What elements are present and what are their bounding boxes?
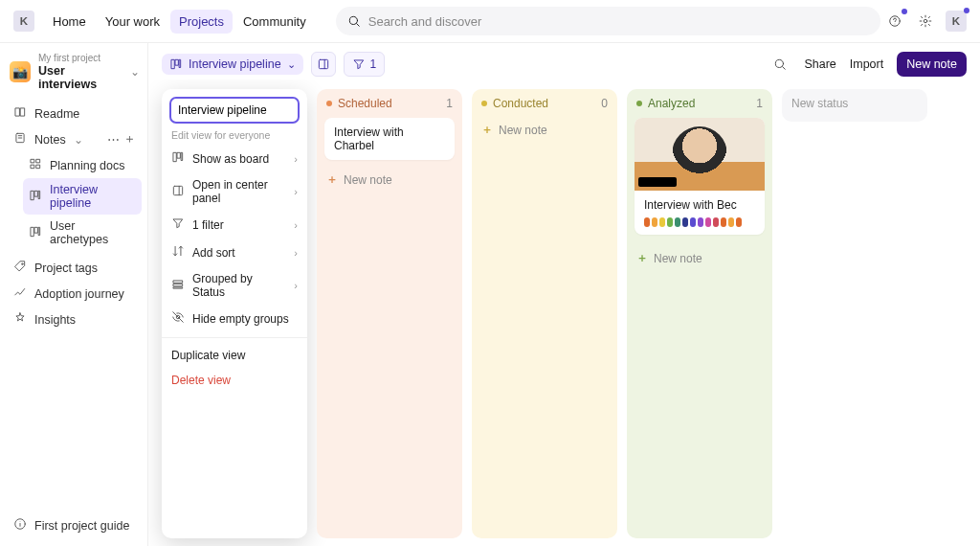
svg-line-1	[356, 24, 359, 27]
more-icon[interactable]: ⋯	[107, 132, 120, 147]
sidebar-item-label: First project guide	[34, 519, 129, 533]
column-title: Conducted	[493, 97, 595, 110]
popover-item-label: Show as board	[192, 152, 269, 166]
filter-button[interactable]: 1	[344, 52, 386, 77]
popover-item-open-in[interactable]: Open in center panel ›	[162, 172, 307, 211]
search-icon	[773, 57, 787, 71]
nav-community[interactable]: Community	[234, 10, 315, 34]
popover-item-show-as[interactable]: Show as board ›	[162, 145, 307, 172]
new-note-button[interactable]: New note	[897, 52, 967, 77]
chevron-down-icon: ⌄	[287, 58, 296, 71]
svg-rect-36	[173, 286, 182, 287]
sidebar-item-interview-pipeline[interactable]: Interview pipeline	[23, 178, 142, 215]
panel-layout-button[interactable]	[311, 52, 336, 77]
svg-point-4	[924, 19, 927, 23]
add-note-scheduled[interactable]: ＋ New note	[324, 168, 455, 192]
sidebar-item-project-tags[interactable]: Project tags	[8, 255, 142, 281]
project-switcher[interactable]: 📸 My first project User interviews ⌄	[8, 51, 142, 97]
view-name-input[interactable]	[169, 97, 300, 124]
popover-subtitle: Edit view for everyone	[162, 124, 307, 145]
popover-item-label: Add sort	[192, 246, 235, 260]
grid-icon	[29, 157, 42, 173]
search-bar[interactable]	[336, 7, 880, 35]
svg-rect-12	[31, 191, 33, 199]
workspace-avatar[interactable]: K	[13, 11, 34, 32]
svg-rect-10	[31, 165, 34, 169]
column-conducted: Conducted 0 ＋ New note	[472, 89, 617, 538]
popover-item-hide-empty[interactable]: Hide empty groups	[162, 305, 307, 332]
filter-count: 1	[370, 57, 377, 71]
popover-item-label: Duplicate view	[171, 349, 245, 362]
popover-item-grouped-by[interactable]: Grouped by Status ›	[162, 266, 307, 305]
view-name: Interview pipeline	[189, 57, 281, 71]
sidebar-item-insights[interactable]: Insights	[8, 307, 142, 332]
view-selector[interactable]: Interview pipeline ⌄	[162, 54, 303, 75]
column-scheduled: Scheduled 1 Interview with Charbel ＋ New…	[317, 89, 462, 538]
chevron-down-icon: ⌄	[74, 133, 83, 147]
chevron-right-icon: ›	[294, 186, 298, 197]
popover-item-filter[interactable]: 1 filter ›	[162, 211, 307, 239]
popover-item-delete[interactable]: Delete view	[162, 368, 307, 393]
import-button[interactable]: Import	[850, 57, 883, 71]
help-button[interactable]	[884, 11, 905, 32]
column-analyzed: Analyzed 1 Interview with Bec ＋ New note	[627, 89, 772, 538]
sidebar-item-first-project-guide[interactable]: First project guide	[8, 512, 142, 538]
nav-projects[interactable]: Projects	[170, 10, 233, 34]
popover-item-duplicate[interactable]: Duplicate view	[162, 343, 307, 368]
svg-point-27	[776, 59, 784, 67]
popover-item-label: Delete view	[171, 374, 231, 387]
sidebar-item-notes[interactable]: Notes ⌄ ⋯ ＋	[8, 126, 142, 152]
search-in-view-button[interactable]	[769, 54, 791, 75]
svg-rect-35	[173, 284, 182, 285]
sidebar-item-planning-docs[interactable]: Planning docs	[23, 152, 142, 178]
card-interview-bec[interactable]: Interview with Bec	[635, 118, 765, 235]
filter-icon	[352, 57, 366, 71]
add-note-label: New note	[654, 252, 702, 265]
sidebar-item-label: Interview pipeline	[50, 183, 136, 210]
settings-button[interactable]	[915, 11, 936, 32]
svg-rect-14	[39, 191, 40, 198]
sidebar-item-label: Planning docs	[50, 159, 125, 172]
sidebar-item-readme[interactable]: Readme	[8, 101, 142, 126]
sidebar-item-label: User archetypes	[50, 219, 136, 246]
sidebar-item-label: Readme	[34, 107, 79, 121]
nav-your-work[interactable]: Your work	[97, 10, 168, 34]
svg-rect-32	[173, 186, 182, 194]
add-note-label: New note	[499, 124, 547, 137]
primary-nav: Home Your work Projects Community	[44, 10, 315, 34]
svg-rect-24	[180, 59, 181, 67]
panel-icon	[317, 57, 330, 71]
column-new-status[interactable]: New status	[782, 89, 927, 122]
sidebar-item-user-archetypes[interactable]: User archetypes	[23, 215, 142, 251]
chevron-right-icon: ›	[294, 247, 298, 259]
board-icon	[169, 57, 183, 71]
svg-line-28	[783, 67, 786, 70]
chevron-right-icon: ›	[294, 219, 298, 231]
nav-home[interactable]: Home	[44, 10, 95, 34]
notes-icon	[13, 131, 27, 148]
topbar: K Home Your work Projects Community K	[0, 0, 980, 43]
svg-point-18	[22, 263, 24, 265]
project-subtitle: My first project	[38, 53, 122, 64]
chevron-right-icon: ›	[294, 153, 298, 165]
plus-icon: ＋	[326, 171, 338, 188]
search-input[interactable]	[368, 14, 869, 29]
svg-rect-11	[36, 165, 40, 169]
popover-item-add-sort[interactable]: Add sort ›	[162, 239, 307, 266]
share-button[interactable]: Share	[804, 57, 835, 71]
card-interview-charbel[interactable]: Interview with Charbel	[324, 118, 455, 160]
svg-point-3	[895, 24, 896, 25]
status-dot	[326, 101, 332, 106]
add-note-analyzed[interactable]: ＋ New note	[627, 242, 772, 274]
add-icon[interactable]: ＋	[123, 131, 136, 148]
popover-item-label: Hide empty groups	[192, 312, 289, 326]
add-note-conducted[interactable]: ＋ New note	[479, 118, 610, 142]
svg-rect-31	[182, 152, 183, 160]
user-avatar[interactable]: K	[946, 11, 967, 32]
sidebar-item-adoption-journey[interactable]: Adoption journey	[8, 281, 142, 307]
column-title: New status	[791, 97, 918, 110]
plus-icon: ＋	[481, 122, 493, 138]
column-count: 0	[601, 97, 608, 110]
sidebar-item-label: Adoption journey	[34, 287, 124, 301]
search-wrap	[330, 7, 875, 35]
